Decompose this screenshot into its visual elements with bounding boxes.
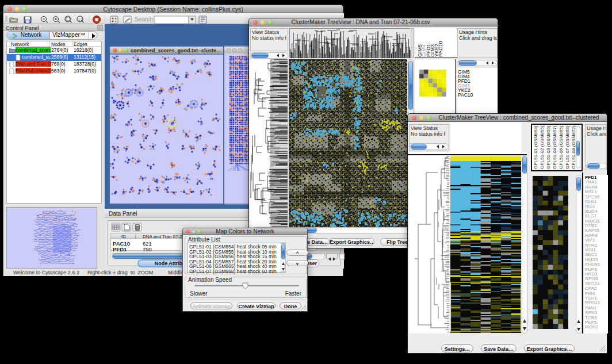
svg-text:PAC10: PAC10 [438,41,443,57]
svg-text:1:1: 1:1 [78,18,82,21]
svg-text:Search:: Search: [135,16,154,22]
svg-text:GPL51-06 (GSM865): GPL51-06 (GSM865) [559,125,564,169]
svg-text:GPL51-03 (GSM856): GPL51-03 (GSM856) [546,125,551,169]
svg-text:GPL51-04 (GSM857): GPL51-04 (GSM857) [552,125,557,169]
svg-text:GPL51-01 (GSM854): GPL51-01 (GSM854) [533,125,538,169]
svg-text:GPL51-07 (GSM868): GPL51-07 (GSM868) [565,125,570,169]
svg-text:GPL51-02 (GSM855): GPL51-02 (GSM855) [540,125,545,169]
